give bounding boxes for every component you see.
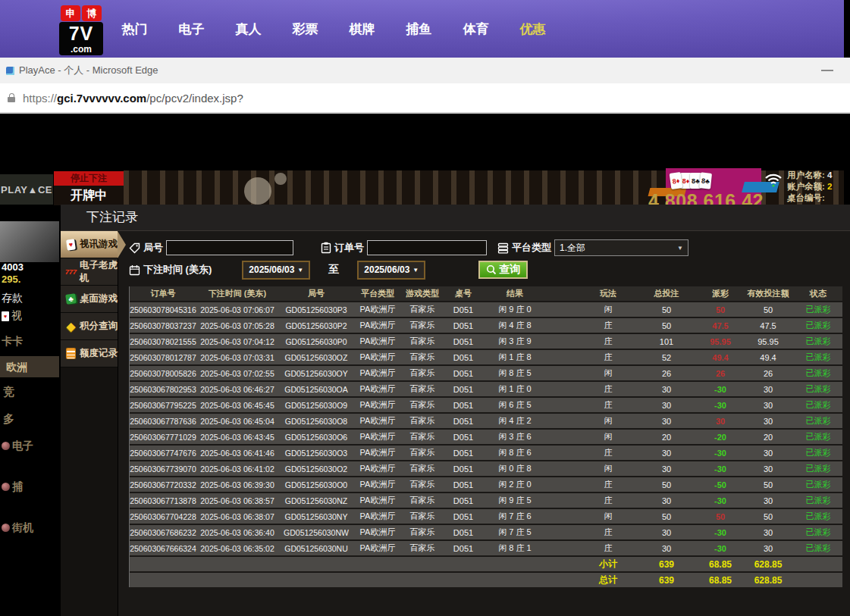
bet-table: 订单号下注时间 (美东)局号平台类型游戏类型桌号结果玩法总投注派彩有效投注额状态… <box>129 286 842 587</box>
cell-5: D051 <box>444 305 483 314</box>
cell-6: 闲 1 庄 0 <box>483 383 547 395</box>
cell-2: GD051256030NY <box>278 512 354 521</box>
col-header-9: 总投注 <box>635 288 698 299</box>
cell-3: PA欧洲厅 <box>354 431 401 442</box>
cell-12: 已派彩 <box>794 320 842 331</box>
avatar[interactable] <box>0 221 59 262</box>
cell-11: 20 <box>742 433 794 442</box>
balance-value: 2 <box>827 182 832 191</box>
cell-2: GD051256030OZ <box>278 353 354 362</box>
logo-suffix: .com <box>59 45 103 55</box>
cell-5: D051 <box>444 449 483 458</box>
cell-8: 庄 <box>582 527 635 538</box>
sidebar-item-video[interactable]: ♥视 <box>2 309 22 323</box>
cell-11: 30 <box>742 385 794 394</box>
cell-1: 2025-06-03 06:39:30 <box>196 480 278 489</box>
cell-12: 已派彩 <box>794 447 842 458</box>
url-bar[interactable]: https://gci.7vvvvvv.com/pc/pcv2/index.js… <box>0 83 850 114</box>
modal-sidebar-item-3[interactable]: 积分查询 <box>61 313 118 340</box>
nav-item-0[interactable]: 热门 <box>106 20 163 38</box>
cell-8: 庄 <box>582 447 635 458</box>
nav-item-7[interactable]: 优惠 <box>504 20 561 38</box>
cell-6: 闲 9 庄 0 <box>483 304 547 315</box>
sidebar-item-europe[interactable]: 欧洲 <box>6 361 27 374</box>
col-header-2: 局号 <box>278 288 354 299</box>
cell-4: 百家乐 <box>401 479 444 490</box>
playing-card-0: 8♦ <box>670 172 683 189</box>
order-label: 订单号 <box>334 241 364 255</box>
cell-10: 49.4 <box>698 353 742 362</box>
modal-main: 局号 订单号 平台类型 1.全部 ▼ <box>118 231 850 616</box>
cell-3: PA欧洲厅 <box>354 479 401 490</box>
cell-4: 百家乐 <box>401 320 444 331</box>
bet-table-header: 订单号下注时间 (美东)局号平台类型游戏类型桌号结果玩法总投注派彩有效投注额状态 <box>130 286 842 301</box>
sidebar-item-duo[interactable]: 多 <box>3 412 14 427</box>
cell-1: 2025-06-03 06:43:45 <box>196 433 278 442</box>
cell-10: -30 <box>698 496 742 505</box>
cell-3: PA欧洲厅 <box>354 527 401 538</box>
site-logo[interactable]: 申 博 7V .com <box>59 5 103 55</box>
cell-9: 30 <box>635 496 698 505</box>
modal-sidebar-label: 桌面游戏 <box>80 292 118 305</box>
table-row: 2506030677042282025-06-03 06:38:07GD0512… <box>130 509 842 524</box>
cell-9: 30 <box>635 385 698 394</box>
date-to-value: 2025/06/03 <box>364 264 409 275</box>
table-row: 2506030780372372025-06-03 07:05:28GD0512… <box>130 318 842 333</box>
nav-item-1[interactable]: 电子 <box>163 20 220 38</box>
cell-4: 百家乐 <box>401 304 444 315</box>
cell-5: D051 <box>444 337 483 346</box>
edge-icon <box>6 67 14 75</box>
cell-8: 闲 <box>582 511 635 522</box>
search-button-label: 查询 <box>499 263 520 277</box>
cell-8: 庄 <box>582 320 635 331</box>
table-row: 2506030677710292025-06-03 06:43:45GD0512… <box>130 430 842 444</box>
sidebar-item-deposit[interactable]: 存款 <box>2 292 23 305</box>
date-to-select[interactable]: 2025/06/03 ▼ <box>357 261 425 280</box>
cell-8: 庄 <box>582 352 635 363</box>
sidebar-item-jing[interactable]: 竞 <box>3 385 14 399</box>
logo-badge-1: 申 <box>61 5 80 21</box>
playing-card-3: 8♣ <box>699 172 712 189</box>
playace-brand: PLAY▲CE <box>0 174 53 205</box>
cell-6: 闲 7 庄 6 <box>483 511 547 522</box>
cell-1: 2025-06-03 06:36:40 <box>196 528 278 537</box>
nav-item-3[interactable]: 彩票 <box>277 20 334 38</box>
cell-6: 闲 0 庄 8 <box>483 463 547 474</box>
cell-12: 已派彩 <box>794 399 842 411</box>
platform-icon <box>497 242 509 254</box>
cell-4: 百家乐 <box>401 511 444 522</box>
minimize-button[interactable] <box>821 70 833 71</box>
modal-sidebar-item-4[interactable]: 额度记录 <box>61 340 118 367</box>
url-text: https://gci.7vvvvvv.com/pc/pcv2/index.js… <box>23 92 243 105</box>
cell-5: D051 <box>444 321 483 330</box>
date-from-select[interactable]: 2025/06/03 ▼ <box>242 261 310 280</box>
nav-item-5[interactable]: 捕鱼 <box>390 20 447 38</box>
cell-4: 百家乐 <box>401 367 444 379</box>
round-input[interactable] <box>166 240 293 255</box>
col-header-6: 结果 <box>483 288 547 299</box>
cell-12: 已派彩 <box>794 336 842 347</box>
platform-select[interactable]: 1.全部 ▼ <box>554 239 688 256</box>
cell-3: PA欧洲厅 <box>354 543 401 554</box>
modal-sidebar-item-1[interactable]: 电子老虎机 <box>61 258 118 286</box>
nav-item-4[interactable]: 棋牌 <box>334 20 390 38</box>
cell-1: 2025-06-03 06:38:57 <box>196 496 278 505</box>
cell-3: PA欧洲厅 <box>354 352 401 363</box>
cell-12: 已派彩 <box>794 527 842 538</box>
search-button[interactable]: 查询 <box>478 261 528 279</box>
cell-0: 250603078037237 <box>130 321 196 330</box>
nav-item-6[interactable]: 体育 <box>447 20 504 38</box>
table-games-icon <box>64 292 77 305</box>
nav-item-2[interactable]: 真人 <box>220 20 277 38</box>
cell-3: PA欧洲厅 <box>354 495 401 506</box>
sidebar-item-kaka[interactable]: 卡卡 <box>2 335 23 349</box>
modal-sidebar-item-2[interactable]: 桌面游戏 <box>61 286 118 313</box>
cell-10: 47.5 <box>698 321 742 330</box>
cell-6: 闲 6 庄 5 <box>483 399 547 411</box>
modal-sidebar-item-0[interactable]: 视讯游戏 <box>61 231 118 258</box>
grand-total-row-cell-10: 68.85 <box>698 575 742 586</box>
cell-0: 250603078021555 <box>130 337 196 346</box>
cell-11: 95.95 <box>742 337 794 346</box>
order-input[interactable] <box>367 240 487 255</box>
cell-11: 47.5 <box>742 321 794 330</box>
